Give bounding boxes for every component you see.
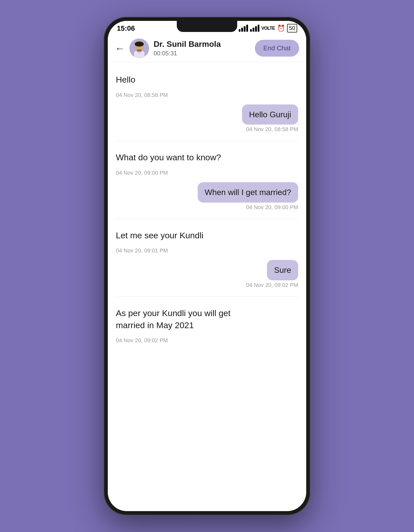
- chat-header: ← Dr. Sunil Bar: [108, 34, 306, 62]
- divider: [116, 141, 298, 141]
- chat-timer: 00:05:31: [154, 50, 250, 57]
- signal-icon-2: [250, 25, 259, 32]
- message-time: 04 Nov 20, 09:02 PM: [116, 337, 168, 344]
- svg-point-3: [135, 42, 144, 47]
- divider: [116, 296, 298, 297]
- status-time: 15:06: [117, 24, 135, 32]
- svg-point-4: [137, 49, 142, 52]
- back-button[interactable]: ←: [115, 43, 125, 53]
- message-group: Let me see your Kundli 04 Nov 20, 09:01 …: [116, 225, 298, 254]
- message-group: When will I get married? 04 Nov 20, 09:0…: [116, 182, 298, 211]
- status-icons: VOLTE ⏰ 50: [239, 24, 297, 32]
- avatar-image: [129, 39, 149, 58]
- alarm-icon: ⏰: [277, 24, 285, 32]
- message-time: 04 Nov 20, 08:58 PM: [116, 92, 168, 98]
- divider: [116, 219, 298, 219]
- message-bubble: Sure: [267, 260, 298, 280]
- doctor-name-text: Dr. Sunil Barmola: [154, 40, 250, 49]
- message-group: Sure 04 Nov 20, 09:02 PM: [116, 260, 298, 288]
- battery-icon: 50: [287, 24, 297, 32]
- message-group: Hello Guruji 04 Nov 20, 08:58 PM: [116, 104, 298, 133]
- phone-screen: 15:06 VOLTE ⏰ 50: [108, 21, 306, 511]
- message-bubble: Hello: [116, 69, 142, 90]
- message-time: 04 Nov 20, 09:01 PM: [116, 247, 168, 254]
- end-chat-button[interactable]: End Chat: [255, 40, 299, 57]
- message-time: 04 Nov 20, 09:02 PM: [246, 282, 298, 288]
- message-bubble: As per your Kundli you will get married …: [116, 303, 247, 336]
- message-bubble: What do you want to know?: [116, 147, 228, 168]
- phone-frame: 15:06 VOLTE ⏰ 50: [104, 17, 310, 515]
- message-group: What do you want to know? 04 Nov 20, 09:…: [116, 147, 298, 176]
- phone-notch: [177, 21, 237, 32]
- message-time: 04 Nov 20, 09:00 PM: [246, 204, 298, 211]
- volte-icon: VOLTE: [261, 26, 275, 31]
- avatar: [129, 39, 149, 58]
- doctor-info: Dr. Sunil Barmola 00:05:31: [154, 40, 250, 57]
- message-bubble: Let me see your Kundli: [116, 225, 211, 246]
- message-group: As per your Kundli you will get married …: [116, 303, 298, 349]
- message-bubble: Hello Guruji: [242, 104, 298, 125]
- message-group: Hello 04 Nov 20, 08:58 PM: [116, 69, 298, 98]
- message-time: 04 Nov 20, 09:00 PM: [116, 170, 168, 176]
- message-bubble: When will I get married?: [198, 182, 298, 203]
- signal-icon: [239, 25, 248, 32]
- message-time: 04 Nov 20, 08:58 PM: [246, 126, 298, 133]
- chat-area: Hello 04 Nov 20, 08:58 PM Hello Guruji 0…: [108, 62, 306, 511]
